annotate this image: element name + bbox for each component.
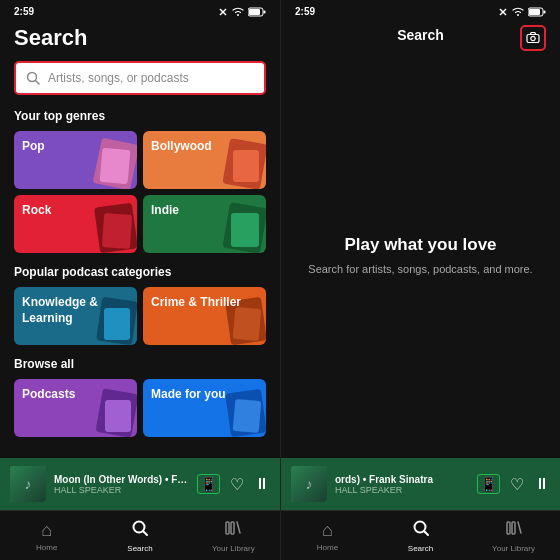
right-pause-icon[interactable]: ⏸: [534, 475, 550, 493]
left-np-thumb: ♪: [10, 466, 46, 502]
right-device-icon[interactable]: 📱: [477, 474, 500, 494]
left-device-icon[interactable]: 📱: [197, 474, 220, 494]
right-status-icons: [498, 7, 546, 17]
madeforyou-art: [220, 383, 264, 435]
left-pause-icon[interactable]: ⏸: [254, 475, 270, 493]
left-search-icon: [131, 519, 149, 542]
right-search-area: Play what you love Search for artists, s…: [281, 51, 560, 458]
genre-label-madeforyou: Made for you: [151, 387, 226, 403]
right-np-title: ords) • Frank Sinatra: [335, 474, 469, 485]
genre-card-rock[interactable]: Rock: [14, 195, 137, 253]
podcasts-art: [91, 383, 135, 435]
right-search-icon: [412, 519, 430, 542]
mute-icon: [218, 7, 228, 17]
wifi-icon: [232, 7, 244, 17]
camera-icon: [526, 32, 540, 44]
indie-art: [220, 199, 264, 251]
genre-card-pop[interactable]: Pop: [14, 131, 137, 189]
genre-card-knowledge[interactable]: Knowledge & Learning: [14, 287, 137, 345]
svg-rect-4: [264, 10, 266, 13]
camera-button[interactable]: [520, 25, 546, 51]
right-library-label: Your Library: [492, 544, 535, 553]
left-home-label: Home: [36, 543, 57, 552]
svg-rect-15: [544, 10, 546, 13]
left-now-playing-bar[interactable]: ♪ Moon (In Other Words) • Frank HALL SPE…: [0, 458, 280, 510]
genre-card-crime[interactable]: Crime & Thriller: [143, 287, 266, 345]
left-np-artist: HALL SPEAKER: [54, 485, 189, 495]
top-genres-grid: Pop Bollywood Rock: [14, 131, 266, 253]
right-home-icon: ⌂: [322, 520, 333, 541]
genre-label-podcasts: Podcasts: [22, 387, 75, 403]
right-mute-icon: [498, 7, 508, 17]
left-nav-library[interactable]: Your Library: [187, 519, 280, 553]
right-panel: 2:59 Search Play what: [280, 0, 560, 560]
left-scroll-content: Search Artists, songs, or podcasts Your …: [0, 19, 280, 458]
svg-point-17: [531, 36, 535, 40]
play-love-sub: Search for artists, songs, podcasts, and…: [308, 263, 532, 275]
svg-rect-10: [231, 522, 234, 534]
left-status-bar: 2:59: [0, 0, 280, 19]
bollywood-art: [220, 135, 264, 187]
search-icon: [26, 71, 40, 85]
podcast-categories-label: Popular podcast categories: [14, 265, 266, 279]
right-np-info: ords) • Frank Sinatra HALL SPEAKER: [335, 474, 469, 495]
right-bottom-nav: ⌂ Home Search Your Library: [281, 510, 560, 560]
right-np-artist: HALL SPEAKER: [335, 485, 469, 495]
right-page-title: Search: [397, 27, 444, 43]
svg-rect-20: [507, 522, 510, 534]
genre-card-podcasts[interactable]: Podcasts: [14, 379, 137, 437]
svg-rect-14: [529, 9, 540, 15]
svg-line-8: [143, 531, 147, 535]
left-bottom-nav: ⌂ Home Search Your Library: [0, 510, 280, 560]
genre-label-rock: Rock: [22, 203, 51, 219]
browse-all-label: Browse all: [14, 357, 266, 371]
right-wifi-icon: [512, 7, 524, 17]
right-time: 2:59: [295, 6, 315, 17]
left-np-title: Moon (In Other Words) • Frank: [54, 474, 189, 485]
podcast-categories-grid: Knowledge & Learning Crime & Thriller: [14, 287, 266, 345]
left-library-icon: [224, 519, 242, 542]
right-search-label: Search: [408, 544, 433, 553]
left-nav-search[interactable]: Search: [93, 519, 186, 553]
left-status-icons: [218, 7, 266, 17]
genre-label-indie: Indie: [151, 203, 179, 219]
right-nav-library[interactable]: Your Library: [467, 519, 560, 553]
svg-line-6: [36, 81, 40, 85]
rock-art: [91, 199, 135, 251]
page-title: Search: [14, 25, 266, 51]
search-placeholder: Artists, songs, or podcasts: [48, 71, 189, 85]
left-library-label: Your Library: [212, 544, 255, 553]
left-heart-icon[interactable]: ♡: [230, 475, 244, 494]
battery-icon: [248, 7, 266, 17]
right-header: Search: [281, 19, 560, 51]
right-home-label: Home: [317, 543, 338, 552]
right-heart-icon[interactable]: ♡: [510, 475, 524, 494]
right-now-playing-bar[interactable]: ♪ ords) • Frank Sinatra HALL SPEAKER 📱 ♡…: [281, 458, 560, 510]
left-np-controls: 📱 ♡ ⏸: [197, 474, 270, 494]
left-panel: 2:59 Search Artists, songs, or podcast: [0, 0, 280, 560]
genre-label-knowledge: Knowledge & Learning: [22, 295, 129, 326]
left-np-info: Moon (In Other Words) • Frank HALL SPEAK…: [54, 474, 189, 495]
svg-line-19: [424, 531, 428, 535]
browse-all-grid: Podcasts Made for you: [14, 379, 266, 437]
genre-label-crime: Crime & Thriller: [151, 295, 241, 311]
right-nav-home[interactable]: ⌂ Home: [281, 520, 374, 552]
genre-card-madeforyou[interactable]: Made for you: [143, 379, 266, 437]
right-library-icon: [505, 519, 523, 542]
genre-card-bollywood[interactable]: Bollywood: [143, 131, 266, 189]
search-bar[interactable]: Artists, songs, or podcasts: [14, 61, 266, 95]
left-nav-home[interactable]: ⌂ Home: [0, 520, 93, 552]
right-nav-search[interactable]: Search: [374, 519, 467, 553]
svg-rect-21: [512, 522, 515, 534]
top-genres-label: Your top genres: [14, 109, 266, 123]
pop-art: [91, 135, 135, 187]
genre-label-pop: Pop: [22, 139, 45, 155]
genre-card-indie[interactable]: Indie: [143, 195, 266, 253]
svg-rect-3: [249, 9, 260, 15]
genre-label-bollywood: Bollywood: [151, 139, 212, 155]
right-np-thumb: ♪: [291, 466, 327, 502]
left-search-label: Search: [127, 544, 152, 553]
right-battery-icon: [528, 7, 546, 17]
left-time: 2:59: [14, 6, 34, 17]
play-love-title: Play what you love: [344, 235, 496, 255]
